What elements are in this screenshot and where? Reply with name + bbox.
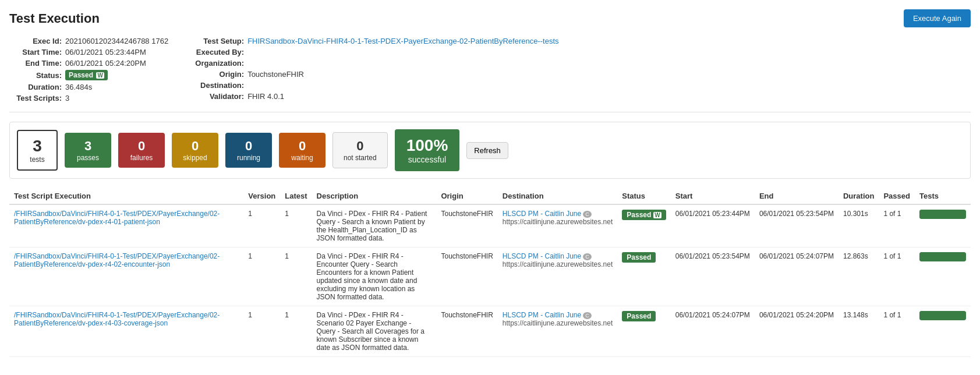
meta-right: Test Setup: FHIRSandbox-DaVinci-FHIR4-0-… xyxy=(192,37,558,102)
cell-script: /FHIRSandbox/DaVinci/FHIR4-0-1-Test/PDEX… xyxy=(9,306,243,357)
origin-label: Origin: xyxy=(192,70,244,79)
cell-version: 1 xyxy=(243,247,280,306)
destination-row: Destination: xyxy=(192,81,558,90)
col-description: Description xyxy=(312,188,437,204)
cell-tests xyxy=(915,204,971,247)
running-number: 0 xyxy=(245,139,252,154)
cell-description: Da Vinci - PDex - FHIR R4 - Patient Quer… xyxy=(312,204,437,247)
cell-origin: TouchstoneFHIR xyxy=(436,306,497,357)
table-row: /FHIRSandbox/DaVinci/FHIR4-0-1-Test/PDEX… xyxy=(9,204,971,247)
w-badge: W xyxy=(96,72,104,79)
cell-destination: HLSCD PM - Caitlin JuneChttps://caitlinj… xyxy=(498,247,617,306)
destination-label: Destination: xyxy=(192,81,244,90)
running-box: 0 running xyxy=(225,133,272,168)
start-time-value: 06/01/2021 05:23:44PM xyxy=(65,48,146,56)
exec-id-value: 20210601202344246788 1762 xyxy=(65,37,168,45)
table-header-row: Test Script Execution Version Latest Des… xyxy=(9,188,971,204)
success-box: 100% successful xyxy=(395,129,460,171)
destination-url: https://caitlinjune.azurewebsites.net xyxy=(503,260,613,268)
destination-url: https://caitlinjune.azurewebsites.net xyxy=(503,319,613,327)
exec-id-label: Exec Id: xyxy=(9,37,62,45)
cell-origin: TouchstoneFHIR xyxy=(436,247,497,306)
c-badge: C xyxy=(583,253,592,260)
test-scripts-label: Test Scripts: xyxy=(9,94,62,102)
success-label: successful xyxy=(406,155,448,164)
col-origin: Origin xyxy=(436,188,497,204)
executed-by-label: Executed By: xyxy=(192,48,244,56)
col-destination: Destination xyxy=(498,188,617,204)
summary-section: 3 tests 3 passes 0 failures 0 skipped 0 … xyxy=(9,122,971,179)
col-version: Version xyxy=(243,188,280,204)
waiting-box: 0 waiting xyxy=(279,133,326,168)
cell-script: /FHIRSandbox/DaVinci/FHIR4-0-1-Test/PDEX… xyxy=(9,247,243,306)
col-tests: Tests xyxy=(915,188,971,204)
cell-start: 06/01/2021 05:23:54PM xyxy=(671,247,755,306)
status-badge: Passed W xyxy=(65,70,108,80)
cell-destination: HLSCD PM - Caitlin JuneChttps://caitlinj… xyxy=(498,306,617,357)
executed-by-row: Executed By: xyxy=(192,48,558,56)
refresh-button[interactable]: Refresh xyxy=(466,142,508,159)
waiting-number: 0 xyxy=(299,139,306,154)
cell-status: Passed xyxy=(617,306,670,357)
destination-link[interactable]: HLSCD PM - Caitlin JuneC xyxy=(503,311,592,319)
validator-label: Validator: xyxy=(192,92,244,101)
c-badge: C xyxy=(583,312,592,319)
validator-value: FHIR 4.0.1 xyxy=(247,92,284,101)
cell-latest: 1 xyxy=(280,247,312,306)
meta-section: Exec Id: 20210601202344246788 1762 Start… xyxy=(9,37,971,112)
cell-end: 06/01/2021 05:24:07PM xyxy=(755,247,839,306)
failures-number: 0 xyxy=(138,139,145,154)
passes-box: 3 passes xyxy=(65,133,111,168)
cell-script: /FHIRSandbox/DaVinci/FHIR4-0-1-Test/PDEX… xyxy=(9,204,243,247)
test-setup-row: Test Setup: FHIRSandbox-DaVinci-FHIR4-0-… xyxy=(192,37,558,45)
progress-bar-fill xyxy=(919,210,966,219)
test-scripts-value: 3 xyxy=(65,94,69,102)
not-started-number: 0 xyxy=(356,139,363,154)
status-badge: Passed xyxy=(622,252,656,263)
progress-bar-fill xyxy=(919,311,966,320)
status-badge: Passed xyxy=(622,311,656,321)
total-tests-label: tests xyxy=(30,155,44,164)
results-table: Test Script Execution Version Latest Des… xyxy=(9,188,971,357)
destination-link[interactable]: HLSCD PM - Caitlin JuneC xyxy=(503,252,592,260)
failures-box: 0 failures xyxy=(118,133,165,168)
duration-value: 36.484s xyxy=(65,83,92,91)
cell-end: 06/01/2021 05:24:20PM xyxy=(755,306,839,357)
origin-row: Origin: TouchstoneFHIR xyxy=(192,70,558,79)
start-time-row: Start Time: 06/01/2021 05:23:44PM xyxy=(9,48,168,56)
progress-bar-fill xyxy=(919,252,966,261)
script-link[interactable]: /FHIRSandbox/DaVinci/FHIR4-0-1-Test/PDEX… xyxy=(14,252,220,268)
cell-tests xyxy=(915,247,971,306)
w-badge: W xyxy=(653,212,661,218)
progress-bar-container xyxy=(919,210,966,219)
destination-link[interactable]: HLSCD PM - Caitlin JuneC xyxy=(503,210,592,218)
skipped-box: 0 skipped xyxy=(172,133,218,168)
cell-version: 1 xyxy=(243,306,280,357)
execute-again-button[interactable]: Execute Again xyxy=(904,9,971,27)
test-setup-link[interactable]: FHIRSandbox-DaVinci-FHIR4-0-1-Test-PDEX-… xyxy=(247,37,558,45)
waiting-label: waiting xyxy=(291,154,313,162)
organization-row: Organization: xyxy=(192,59,558,68)
cell-status: Passed W xyxy=(617,204,670,247)
organization-label: Organization: xyxy=(192,59,244,68)
not-started-box: 0 not started xyxy=(332,132,388,168)
status-badge: Passed W xyxy=(622,210,666,220)
script-link[interactable]: /FHIRSandbox/DaVinci/FHIR4-0-1-Test/PDEX… xyxy=(14,311,220,327)
start-time-label: Start Time: xyxy=(9,48,62,56)
cell-latest: 1 xyxy=(280,306,312,357)
not-started-label: not started xyxy=(344,154,377,162)
passes-label: passes xyxy=(77,154,99,162)
col-script: Test Script Execution xyxy=(9,188,243,204)
total-tests-number: 3 xyxy=(33,137,42,155)
end-time-row: End Time: 06/01/2021 05:24:20PM xyxy=(9,59,168,68)
success-pct: 100% xyxy=(406,136,448,155)
destination-url: https://caitlinjune.azurewebsites.net xyxy=(503,218,613,226)
script-link[interactable]: /FHIRSandbox/DaVinci/FHIR4-0-1-Test/PDEX… xyxy=(14,210,220,226)
skipped-label: skipped xyxy=(183,154,207,162)
skipped-number: 0 xyxy=(192,139,199,154)
status-label: Status: xyxy=(9,71,62,80)
end-time-value: 06/01/2021 05:24:20PM xyxy=(65,59,146,68)
total-tests-box: 3 tests xyxy=(17,130,58,171)
cell-duration: 10.301s xyxy=(839,204,879,247)
running-label: running xyxy=(237,154,260,162)
